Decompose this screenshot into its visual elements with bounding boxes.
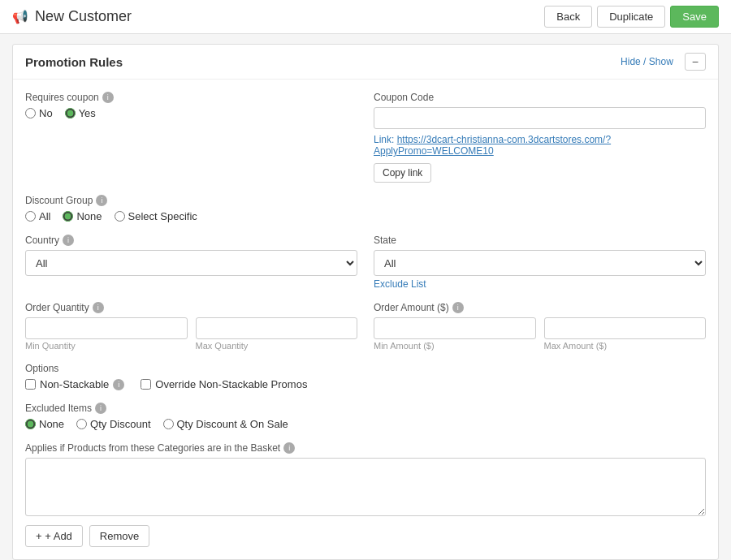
excluded-items-radio-group: None Qty Discount Qty Discount & On Sale: [25, 418, 706, 430]
excluded-qty-discount-radio[interactable]: [76, 419, 87, 429]
min-quantity-col: 0 Min Quantity: [25, 317, 188, 351]
non-stackable-info-icon[interactable]: i: [113, 379, 124, 390]
max-amount-label: Max Amount ($): [544, 341, 707, 351]
promotion-rules-card: Promotion Rules Hide / Show − Requires c…: [12, 44, 719, 560]
categories-row: Applies if Products from these Categorie…: [25, 442, 706, 547]
discount-group-all[interactable]: All: [25, 210, 50, 222]
order-amount-inputs: 0 Min Amount ($) 9999 Max Amount ($): [374, 317, 706, 351]
save-button[interactable]: Save: [670, 6, 719, 28]
order-quantity-col: Order Quantity i 0 Min Quantity 9999 Max…: [25, 302, 357, 351]
order-amount-label: Order Amount ($) i: [374, 302, 706, 313]
order-amount-col: Order Amount ($) i 0 Min Amount ($) 9999…: [374, 302, 706, 351]
collapse-button[interactable]: −: [685, 53, 706, 71]
discount-group-none-radio[interactable]: [63, 211, 73, 222]
categories-textarea[interactable]: [25, 458, 706, 516]
excluded-qty-discount[interactable]: Qty Discount: [76, 418, 150, 430]
coupon-code-label: Coupon Code: [374, 92, 706, 103]
categories-info-icon[interactable]: i: [283, 442, 295, 454]
min-amount-col: 0 Min Amount ($): [374, 317, 536, 351]
requires-coupon-no[interactable]: No: [25, 107, 53, 119]
excluded-items-row: Excluded Items i None Qty Discount Qty D…: [25, 403, 706, 430]
override-non-stackable-checkbox[interactable]: [141, 379, 151, 390]
coupon-row: Requires coupon i No Yes: [25, 92, 706, 183]
card-header-actions: Hide / Show −: [621, 53, 706, 71]
state-select[interactable]: All: [374, 250, 706, 276]
requires-coupon-yes-radio[interactable]: [65, 108, 76, 118]
country-select[interactable]: All: [25, 250, 357, 276]
card-header: Promotion Rules Hide / Show −: [13, 45, 718, 80]
coupon-link-anchor[interactable]: https://3dcart-christianna-com.3dcartsto…: [374, 134, 611, 157]
excluded-items-label: Excluded Items i: [25, 403, 706, 414]
requires-coupon-col: Requires coupon i No Yes: [25, 92, 357, 183]
order-amount-info-icon[interactable]: i: [452, 302, 464, 313]
requires-coupon-yes[interactable]: Yes: [65, 107, 96, 119]
coupon-link: Link: https://3dcart-christianna-com.3dc…: [374, 134, 706, 157]
plus-icon: +: [36, 530, 42, 542]
coupon-code-input[interactable]: WELCOME10: [374, 107, 706, 129]
discount-group-info-icon[interactable]: i: [96, 195, 107, 206]
excluded-qty-discount-on-sale[interactable]: Qty Discount & On Sale: [163, 418, 288, 430]
non-stackable-checkbox-label[interactable]: Non-Stackable i: [25, 378, 124, 390]
excluded-items-info-icon[interactable]: i: [95, 403, 106, 414]
min-amount-input[interactable]: 0: [374, 317, 536, 339]
categories-label: Applies if Products from these Categorie…: [25, 442, 706, 454]
page-title: New Customer: [35, 8, 132, 25]
options-checkboxes: Non-Stackable i Override Non-Stackable P…: [25, 378, 706, 390]
header-actions: Back Duplicate Save: [544, 6, 719, 28]
options-label: Options: [25, 363, 706, 374]
max-quantity-label: Max Quantity: [196, 341, 358, 351]
discount-group-none[interactable]: None: [63, 210, 102, 222]
duplicate-button[interactable]: Duplicate: [597, 6, 665, 28]
discount-group-specific[interactable]: Select Specific: [115, 210, 197, 222]
discount-group-specific-radio[interactable]: [115, 211, 125, 222]
exclude-list-link[interactable]: Exclude List: [374, 278, 706, 290]
requires-coupon-radio-group: No Yes: [25, 107, 357, 119]
override-non-stackable-checkbox-label[interactable]: Override Non-Stackable Promos: [141, 378, 307, 390]
page-header: 📢 New Customer Back Duplicate Save: [0, 0, 731, 34]
country-col: Country i All: [25, 235, 357, 290]
main-content: Promotion Rules Hide / Show − Requires c…: [0, 34, 731, 560]
excluded-none-radio[interactable]: [25, 419, 36, 429]
remove-category-button[interactable]: Remove: [89, 525, 149, 547]
discount-group-label: Discount Group i: [25, 195, 706, 206]
country-info-icon[interactable]: i: [63, 235, 74, 246]
country-label: Country i: [25, 235, 357, 246]
options-row: Options Non-Stackable i Override Non-Sta…: [25, 363, 706, 390]
megaphone-icon: 📢: [12, 9, 28, 24]
card-body: Requires coupon i No Yes: [13, 80, 718, 559]
min-quantity-input[interactable]: 0: [25, 317, 188, 339]
max-quantity-input[interactable]: 9999: [196, 317, 358, 339]
header-left: 📢 New Customer: [12, 8, 132, 25]
max-amount-col: 9999 Max Amount ($): [544, 317, 707, 351]
state-col: State All Exclude List: [374, 235, 706, 290]
state-label: State: [374, 235, 706, 246]
country-state-row: Country i All State All Exclude List: [25, 235, 706, 290]
discount-group-row: Discount Group i All None Select Specifi…: [25, 195, 706, 222]
requires-coupon-label: Requires coupon i: [25, 92, 357, 103]
min-quantity-label: Min Quantity: [25, 341, 188, 351]
max-quantity-col: 9999 Max Quantity: [196, 317, 358, 351]
order-quantity-label: Order Quantity i: [25, 302, 357, 313]
max-amount-input[interactable]: 9999: [544, 317, 707, 339]
discount-group-radio-group: All None Select Specific: [25, 210, 706, 222]
hide-show-link[interactable]: Hide / Show: [621, 56, 673, 67]
excluded-qty-discount-on-sale-radio[interactable]: [163, 419, 174, 429]
card-title: Promotion Rules: [25, 55, 123, 69]
order-quantity-inputs: 0 Min Quantity 9999 Max Quantity: [25, 317, 357, 351]
discount-group-all-radio[interactable]: [25, 211, 36, 222]
quantity-amount-row: Order Quantity i 0 Min Quantity 9999 Max…: [25, 302, 706, 351]
order-quantity-info-icon[interactable]: i: [93, 302, 104, 313]
min-amount-label: Min Amount ($): [374, 341, 536, 351]
add-category-button[interactable]: + + Add: [25, 525, 83, 547]
requires-coupon-info-icon[interactable]: i: [102, 92, 114, 103]
back-button[interactable]: Back: [544, 6, 592, 28]
excluded-none[interactable]: None: [25, 418, 64, 430]
requires-coupon-no-radio[interactable]: [25, 108, 36, 118]
non-stackable-checkbox[interactable]: [25, 379, 36, 390]
coupon-code-col: Coupon Code WELCOME10 Link: https://3dca…: [374, 92, 706, 183]
copy-link-button[interactable]: Copy link: [374, 163, 431, 183]
categories-actions: + + Add Remove: [25, 525, 706, 547]
